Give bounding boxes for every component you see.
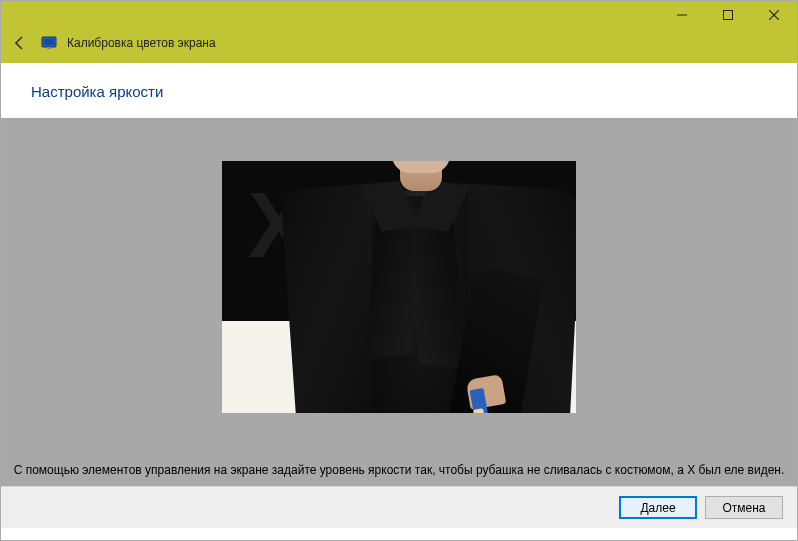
page-title-area: Настройка яркости — [1, 63, 797, 118]
minimize-button[interactable] — [659, 1, 705, 29]
titlebar — [1, 1, 797, 29]
next-button[interactable]: Далее — [619, 496, 697, 519]
cancel-button[interactable]: Отмена — [705, 496, 783, 519]
svg-rect-1 — [724, 11, 733, 20]
svg-rect-6 — [47, 47, 51, 49]
app-icon — [41, 35, 57, 51]
maximize-button[interactable] — [705, 1, 751, 29]
brightness-sample-image: X — [222, 161, 576, 413]
back-button[interactable] — [9, 32, 31, 54]
footer: Далее Отмена — [1, 486, 797, 528]
window-title: Калибровка цветов экрана — [67, 36, 216, 50]
content-area: X С помощью элементов управления на экра… — [1, 118, 797, 486]
close-button[interactable] — [751, 1, 797, 29]
instruction-text: С помощью элементов управления на экране… — [12, 456, 787, 486]
page-title: Настройка яркости — [31, 83, 767, 100]
sample-image-container: X — [7, 118, 791, 456]
header-bar: Калибровка цветов экрана — [1, 29, 797, 63]
svg-rect-5 — [44, 39, 54, 45]
